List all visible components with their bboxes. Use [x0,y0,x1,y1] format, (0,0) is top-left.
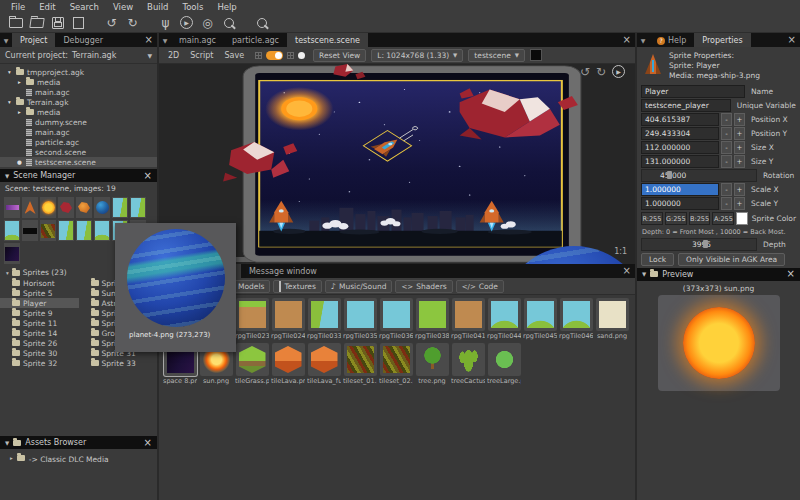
media-item-rpgtile033-png[interactable]: rpgTile033.png [307,298,341,340]
depth-slider[interactable]: 3995 [641,238,757,251]
sprite-item-sprite-14[interactable]: Sprite 14 [0,328,79,338]
sprite-item-sprite-33[interactable]: Sprite 33 [79,358,158,368]
sprite-color-swatch[interactable] [736,212,747,225]
resolution-dropdown[interactable]: L: 1024x768 (1.33) ▼ [371,49,463,62]
sprite-item-sprite-26[interactable]: Sprite 26 [0,338,79,348]
zoom-icon[interactable] [218,14,239,31]
background-color-swatch[interactable] [530,49,542,61]
run-icon[interactable]: ▶ [176,14,197,31]
menu-search[interactable]: Search [63,2,106,12]
new-project-icon[interactable] [5,14,26,31]
menu-build[interactable]: Build [140,2,175,12]
filter-music-sound[interactable]: ♪Music/Sound [325,280,393,293]
filter-shaders[interactable]: <>Shaders [395,280,452,293]
scale-x-increment-button[interactable]: + [734,183,745,196]
sprite-item-sprite-32[interactable]: Sprite 32 [0,358,79,368]
close-icon[interactable]: × [144,438,152,448]
tree-arrow-icon[interactable]: ▾ [6,69,13,75]
color-g-value[interactable]: G:255 [665,212,687,225]
scale-y-increment-button[interactable]: + [734,197,745,210]
tree-arrow-icon[interactable]: ● [16,159,23,165]
panel-menu-icon[interactable]: ▼ [5,173,9,179]
media-item-rpgtile038-png[interactable]: rpgTile038.png [415,298,449,340]
scene-thumb-sun[interactable] [40,197,56,218]
tree-item-tmpproject-agk[interactable]: ▾tmpproject.agk [0,67,157,77]
panel-menu-icon[interactable]: ▼ [0,33,12,47]
media-item-rpgtile045-png[interactable]: rpgTile045.png [523,298,557,340]
save-button[interactable]: Save [221,50,247,61]
position-y-increment-button[interactable]: + [734,127,745,140]
scene-thumb-tile[interactable] [58,220,74,241]
sprite-item-sprite-9[interactable]: Sprite 9 [0,308,79,318]
panel-menu-icon[interactable]: ▼ [5,440,9,446]
save-icon[interactable] [47,14,68,31]
filter-code[interactable]: </>Code [456,280,504,293]
tree-item-terrain-agk[interactable]: ▾Terrain.agk [0,97,157,107]
menu-view[interactable]: View [106,2,140,12]
menu-help[interactable]: Help [210,2,243,12]
scale-x-decrement-button[interactable]: - [721,183,732,196]
sprite-item-horisont[interactable]: Horisont [0,278,79,288]
media-item-tilelava-full-png[interactable]: tileLava_full.png [307,343,341,385]
sprite-item-sprite-5[interactable]: Sprite 5 [0,288,79,298]
script-button[interactable]: Script [187,50,216,61]
close-icon[interactable]: × [144,171,152,181]
size-y-input[interactable]: 131.000000 [641,155,719,168]
media-item-treelarge-png[interactable]: treeLarge.png [487,343,521,385]
close-icon[interactable]: × [623,265,631,276]
rotation-slider[interactable]: 45.000 [641,169,757,182]
menu-file[interactable]: File [4,2,32,12]
position-x-increment-button[interactable]: + [734,113,745,126]
slider-thumb[interactable] [667,171,672,179]
debug-icon[interactable]: ◎ [197,14,218,31]
media-item-tileset-02-png[interactable]: tileset_02.png [379,343,413,385]
position-x-input[interactable]: 404.615387 [641,113,719,126]
scene-thumb-camo[interactable] [40,220,56,241]
scene-thumb-planet[interactable] [94,197,110,218]
rotate-left-icon[interactable]: ↺ [580,66,590,78]
close-icon[interactable]: × [145,34,153,45]
tab-properties[interactable]: Properties [694,33,750,47]
position-y-input[interactable]: 249.433304 [641,127,719,140]
tab-help[interactable]: ? Help [649,33,694,47]
chevron-down-icon[interactable]: ▼ [147,52,152,59]
reset-view-button[interactable]: Reset View [313,49,366,62]
scale-x-input[interactable]: 1.000000 [641,183,719,196]
color-dot-icon[interactable] [298,52,305,59]
tree-arrow-icon[interactable]: ▸ [16,79,23,85]
media-item-rpgtile044-png[interactable]: rpgTile044.png [487,298,521,340]
search-icon[interactable] [251,14,272,31]
broadcast-icon[interactable]: ψ [155,14,176,31]
media-item-tileset-01-png[interactable]: tileset_01.png [343,343,377,385]
rotate-right-icon[interactable]: ↻ [596,66,606,78]
media-item-rpgtile046-png[interactable]: rpgTile046.png [559,298,593,340]
size-x-input[interactable]: 112.000000 [641,141,719,154]
tree-item-testscene-scene[interactable]: ●testscene.scene [0,157,157,167]
tree-item-main-agc[interactable]: main.agc [0,87,157,97]
scene-dropdown[interactable]: testscene ▼ [468,49,525,62]
scene-thumb-streak[interactable] [4,197,20,218]
filter-textures[interactable]: Textures [273,280,321,293]
scene-thumb-asteroid[interactable] [58,197,74,218]
media-item-tilelava-png[interactable]: tileLava.png [271,343,305,385]
position-y-decrement-button[interactable]: - [721,127,732,140]
tab-testscene-scene[interactable]: testscene.scene [287,33,368,47]
media-item-treecactus-1-png[interactable]: treeCactus_1.png [451,343,485,385]
media-item-rpgtile024-png[interactable]: rpgTile024.png [271,298,305,340]
tab-project[interactable]: Project [12,33,55,47]
panel-menu-icon[interactable]: ▼ [637,33,649,47]
sprite-item-player[interactable]: Player [0,298,79,308]
current-project-value[interactable]: Terrain.agk [72,51,116,60]
grid-icon[interactable] [255,52,262,59]
color-r-value[interactable]: R:255 [641,212,663,225]
scene-thumb-tile[interactable] [130,197,146,218]
scene-thumb-tile-corner[interactable] [4,220,20,241]
sprite-item-sprite-11[interactable]: Sprite 11 [0,318,79,328]
tab-debugger[interactable]: Debugger [55,33,111,47]
scale-y-decrement-button[interactable]: - [721,197,732,210]
play-scene-icon[interactable]: ▶ [612,65,625,78]
media-item-rpgtile035-png[interactable]: rpgTile035.png [343,298,377,340]
panel-menu-icon[interactable]: ▼ [159,33,171,47]
tree-item-dummy-scene[interactable]: dummy.scene [0,117,157,127]
media-item-sand-png[interactable]: sand.png [595,298,629,340]
